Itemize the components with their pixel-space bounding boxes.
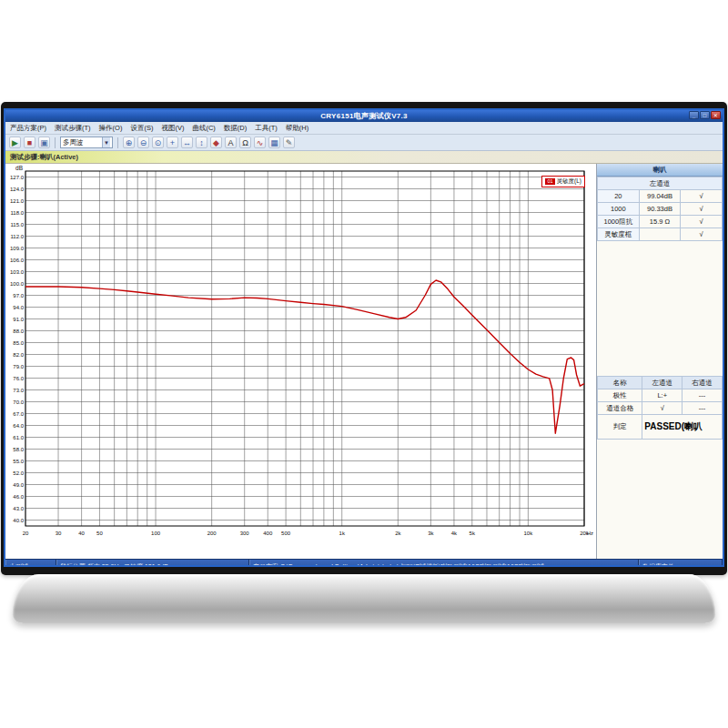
chart-legend: 01 灵敏度(L): [541, 176, 585, 187]
svg-text:67.0: 67.0: [13, 411, 24, 417]
judgement-header-cell: 左通道: [642, 377, 682, 389]
zoom-reset-icon[interactable]: ⊙: [152, 136, 164, 148]
menu-item-6[interactable]: 数据(D): [224, 124, 247, 133]
results-panel: 喇叭 左通道 2099.04dB√100090.33dB√1000阻抗15.9 …: [597, 164, 723, 559]
pass-check-icon: √: [681, 203, 723, 216]
svg-text:115.0: 115.0: [10, 222, 24, 228]
menu-item-5[interactable]: 曲线(C): [192, 124, 215, 133]
toolbar-separator: [117, 137, 118, 148]
measurement-row: 灵敏度框√: [598, 228, 723, 241]
measurement-value: 15.9 Ω: [639, 216, 681, 228]
svg-text:61.0: 61.0: [13, 435, 24, 440]
svg-text:4k: 4k: [451, 531, 458, 536]
svg-text:70.0: 70.0: [13, 399, 24, 405]
svg-text:20k: 20k: [580, 531, 590, 536]
judgement-row: 极性L:+---: [598, 389, 723, 402]
maximize-button[interactable]: □: [700, 111, 710, 119]
window-controls: _ □ ✕: [689, 111, 721, 119]
svg-text:94.0: 94.0: [13, 305, 24, 310]
tab-test-step-speaker[interactable]: 测试步骤:喇叭(Active): [10, 153, 78, 162]
close-button[interactable]: ✕: [711, 111, 721, 119]
svg-text:52.0: 52.0: [13, 470, 24, 476]
cursor-icon[interactable]: +: [167, 136, 178, 148]
svg-text:121.0: 121.0: [10, 198, 25, 204]
svg-text:103.0: 103.0: [10, 269, 25, 275]
menu-item-3[interactable]: 设置(S): [130, 124, 153, 133]
pass-check-icon: √: [681, 216, 723, 228]
save-icon[interactable]: ▣: [38, 136, 50, 148]
panel-spacer: [597, 440, 723, 559]
svg-text:10k: 10k: [524, 531, 534, 536]
svg-text:20: 20: [23, 531, 29, 536]
legend-series-label: 灵敏度(L): [557, 177, 581, 186]
svg-text:109.0: 109.0: [10, 246, 25, 251]
measurement-row: 2099.04dB√: [598, 190, 723, 203]
measurement-value: 90.33dB: [639, 203, 681, 216]
results-panel-title: 喇叭: [597, 164, 723, 177]
svg-text:79.0: 79.0: [13, 364, 24, 369]
menu-item-8[interactable]: 帮助(H): [286, 124, 308, 133]
minimize-button[interactable]: _: [689, 111, 699, 119]
status-segment-2: 产品方案:C:\Documents and Settings\Administr…: [249, 560, 639, 567]
svg-text:55.0: 55.0: [13, 459, 24, 464]
svg-text:500: 500: [281, 531, 291, 536]
pass-check-icon: √: [681, 228, 723, 241]
judgement-cell: 极性: [598, 389, 642, 402]
judgement-cell: ---: [682, 402, 723, 415]
measurement-value: 99.04dB: [639, 190, 681, 203]
measurement-name: 1000阻抗: [598, 216, 640, 228]
svg-text:124.0: 124.0: [10, 187, 25, 192]
svg-text:1k: 1k: [339, 531, 346, 536]
svg-text:106.0: 106.0: [10, 258, 25, 263]
chevron-down-icon: ▼: [102, 137, 110, 147]
measurement-row: 1000阻抗15.9 Ω√: [598, 216, 723, 228]
svg-text:200: 200: [207, 531, 217, 536]
svg-text:3k: 3k: [428, 531, 434, 536]
text-label-icon[interactable]: A: [225, 136, 237, 148]
menu-item-4[interactable]: 视图(V): [161, 124, 184, 133]
scale-icon[interactable]: ↕: [196, 136, 207, 148]
menu-item-2[interactable]: 操作(O): [99, 124, 123, 133]
window-title: CRY6151电声测试仪V7.3: [320, 111, 408, 121]
tab-strip: 测试步骤:喇叭(Active): [5, 151, 723, 164]
svg-text:112.0: 112.0: [10, 234, 24, 239]
measurement-name: 20: [598, 190, 640, 203]
grid-icon[interactable]: ▦: [268, 136, 280, 148]
status-segment-1: 鼠标位置:频率:55.9Hz 灵敏度:131.6dB: [56, 560, 249, 567]
stop-test-icon[interactable]: ■: [24, 136, 35, 148]
svg-text:30: 30: [56, 531, 62, 536]
menu-item-1[interactable]: 测试步骤(T): [55, 124, 91, 133]
curve-icon[interactable]: ∿: [254, 136, 266, 148]
title-bar: CRY6151电声测试仪V7.3 _ □ ✕: [5, 110, 723, 122]
judgement-header-cell: 右通道: [682, 377, 723, 389]
svg-text:58.0: 58.0: [13, 447, 24, 452]
zoom-in-icon[interactable]: ⊕: [123, 136, 135, 148]
svg-text:88.0: 88.0: [13, 329, 24, 334]
svg-text:91.0: 91.0: [13, 317, 24, 322]
pan-icon[interactable]: ↔: [181, 136, 193, 148]
svg-text:40.0: 40.0: [13, 518, 24, 523]
channel-header: 左通道: [598, 177, 723, 190]
svg-text:46.0: 46.0: [13, 494, 24, 500]
svg-text:49.0: 49.0: [13, 482, 24, 488]
verdict-value: PASSED(喇叭: [642, 415, 723, 440]
svg-text:64.0: 64.0: [13, 423, 24, 429]
svg-text:76.0: 76.0: [13, 376, 24, 381]
menu-item-7[interactable]: 工具(T): [255, 124, 278, 133]
verdict-row: 判定 PASSED(喇叭: [598, 415, 723, 440]
zoom-out-icon[interactable]: ⊖: [137, 136, 149, 148]
svg-text:73.0: 73.0: [13, 388, 24, 393]
marker-icon[interactable]: ◆: [210, 136, 222, 148]
svg-text:40: 40: [78, 531, 85, 536]
chart-area[interactable]: 01 灵敏度(L) 127.0124.0121.0118.0115.0112.0…: [5, 164, 597, 559]
toolbar: ▶■▣多周波▼⊕⊖⊙+↔↕◆AΩ∿▦✎: [5, 135, 723, 151]
menu-item-0[interactable]: 产品方案(P): [10, 124, 46, 133]
sensitivity-curve: [25, 280, 584, 433]
signal-type-combo[interactable]: 多周波▼: [60, 136, 113, 148]
edit-icon[interactable]: ✎: [283, 136, 295, 148]
monitor-bezel: CRY6151电声测试仪V7.3 _ □ ✕ 产品方案(P)测试步骤(T)操作(…: [1, 102, 727, 575]
impedance-icon[interactable]: Ω: [239, 136, 251, 148]
toolbar-separator: [55, 137, 56, 148]
start-test-icon[interactable]: ▶: [9, 136, 21, 148]
measurement-value: [639, 228, 681, 241]
